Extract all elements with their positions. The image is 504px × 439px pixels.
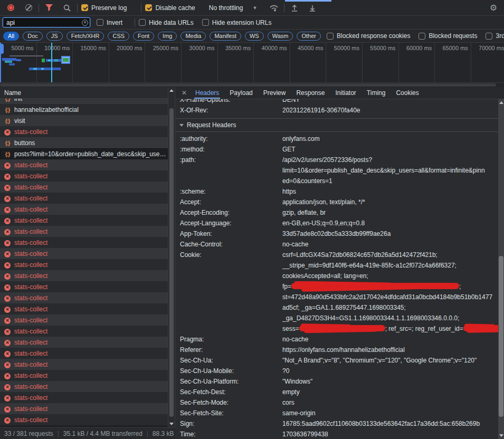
request-row[interactable]: ✕stats-collect [0,248,168,259]
request-row[interactable]: {:}buttons [0,137,168,148]
request-row[interactable]: ✕stats-collect [0,414,168,425]
tab-response[interactable]: Response [291,87,330,99]
preserve-log-checkbox[interactable]: Preserve log [81,4,129,12]
tab-headers[interactable]: Headers [190,87,224,99]
filter-checkbox-blocked-response-cookies[interactable]: Blocked response cookies [327,32,410,40]
request-name: stats-collect [14,161,47,169]
tab-initiator[interactable]: Initiator [330,87,361,99]
scrollbar-thumb[interactable] [499,256,503,417]
hide-extension-urls-checkbox[interactable]: Hide extension URLs [202,19,272,26]
invert-label: Invert [107,19,122,26]
request-row[interactable]: ✕stats-collect [0,381,168,392]
scroll-down-arrow[interactable] [498,432,504,439]
search-button[interactable] [61,2,73,14]
request-row[interactable]: ✕stats-collect [0,237,168,248]
request-row[interactable]: ✕stats-collect [0,259,168,270]
record-button[interactable] [4,2,17,14]
request-row[interactable]: ✕stats-collect [0,170,168,182]
request-row[interactable]: ✕stats-collect [0,314,168,326]
timeline-tick-label: 25000 ms [153,45,181,51]
scroll-down-arrow[interactable] [168,421,175,427]
type-pill-media[interactable]: Media [180,32,206,41]
network-conditions-button[interactable] [268,2,280,14]
tab-preview[interactable]: Preview [258,87,291,99]
close-details-icon[interactable]: ✕ [178,89,190,97]
header-value: same-origin [282,408,498,418]
details-scrollbar[interactable] [498,99,504,439]
request-headers-section-header[interactable]: Request Headers [175,119,498,131]
header-value-line: limit=10&order=publish_date_desc&skip_us… [282,165,498,176]
request-row[interactable]: ✕stats-collect [0,126,168,137]
invert-checkbox[interactable]: Invert [97,19,122,26]
request-row[interactable]: ✕stats-collect [0,204,168,215]
type-pill-css[interactable]: CSS [108,32,129,41]
request-row[interactable]: ✕stats-collect [0,215,168,226]
active-panel-tab-indicator [285,0,331,2]
type-pill-other[interactable]: Other [297,32,321,41]
network-overview-timeline[interactable]: 5000 ms10000 ms15000 ms20000 ms25000 ms3… [0,43,504,83]
tab-timing[interactable]: Timing [362,87,391,99]
timeline-gridline [326,43,326,82]
request-row[interactable]: {:}visit [0,115,168,126]
scrollbar-thumb[interactable] [0,83,496,87]
type-pill-fetch-xhr[interactable]: Fetch/XHR [66,32,104,41]
request-failed-icon-wrap: ✕ [4,161,11,169]
request-row[interactable]: ✕stats-collect [0,359,168,370]
request-row[interactable]: {:}init [0,99,168,104]
name-column-header[interactable]: Name [0,87,168,99]
filter-bar: ✕ Invert Hide data URLs Hide extension U… [0,16,504,30]
request-row[interactable]: ✕stats-collect [0,292,168,303]
hide-data-urls-checkbox[interactable]: Hide data URLs [139,19,194,26]
request-failed-icon: ✕ [4,240,11,246]
request-name: stats-collect [14,383,47,390]
request-row-selected[interactable]: {:}posts?limit=10&order=publish_date_des… [0,148,168,159]
tab-cookies[interactable]: Cookies [391,87,424,99]
request-row[interactable]: ✕stats-collect [0,281,168,292]
waterfall-mark [5,61,12,63]
export-har-button[interactable] [306,2,319,14]
request-row[interactable]: ✕stats-collect [0,337,168,348]
request-list-scrollbar[interactable] [168,87,175,427]
filter-checkbox-blocked-requests[interactable]: Blocked requests [419,32,477,40]
request-row[interactable]: ✕stats-collect [0,403,168,414]
request-row[interactable]: ✕stats-collect [0,392,168,403]
scroll-up-arrow[interactable] [498,99,504,106]
scroll-up-arrow[interactable] [168,87,175,94]
type-pill-wasm[interactable]: Wasm [268,32,293,41]
request-row[interactable]: ✕stats-collect [0,370,168,381]
request-row[interactable]: ✕stats-collect [0,348,168,359]
type-pill-js[interactable]: JS [46,32,63,41]
filter-toggle-button[interactable] [43,2,55,14]
request-failed-icon-wrap: ✕ [4,194,11,202]
request-row[interactable]: ✕stats-collect [0,182,168,193]
filter-input[interactable] [3,17,90,27]
request-row[interactable]: {:}hannahelizabethofficial [0,104,168,115]
type-pill-manifest[interactable]: Manifest [210,32,241,41]
request-row[interactable]: ✕stats-collect [0,270,168,281]
disable-cache-checkbox[interactable]: Disable cache [145,4,197,12]
type-pill-ws[interactable]: WS [245,32,264,41]
request-row[interactable]: ✕stats-collect [0,303,168,314]
filter-checkbox-3rd-party-requests[interactable]: 3rd-party requests [486,32,504,40]
tab-payload[interactable]: Payload [224,87,258,99]
header-value: 202312261916-30670fa40e [282,105,498,116]
timeline-brush-handle[interactable] [0,44,4,54]
request-row[interactable]: ✕stats-collect [0,326,168,337]
timeline-scrollbar[interactable] [0,83,504,87]
checkbox-label: 3rd-party requests [496,32,504,40]
request-row[interactable]: ✕stats-collect [0,226,168,237]
clear-filter-icon[interactable]: ✕ [82,20,88,26]
header-value-line: 1703636799438 [282,429,498,439]
type-pill-font[interactable]: Font [133,32,154,41]
throttling-select[interactable]: No throttling ▼ [209,4,258,12]
request-row[interactable]: ✕stats-collect [0,159,168,170]
scrollbar-thumb[interactable] [169,108,174,417]
import-har-button[interactable] [288,2,301,14]
type-pill-all[interactable]: All [3,32,19,41]
type-pill-doc[interactable]: Doc [23,32,43,41]
clear-button[interactable] [22,2,35,14]
type-pill-img[interactable]: Img [158,32,177,41]
settings-gear-icon[interactable]: ⚙ [487,2,500,14]
request-row[interactable]: ✕stats-collect [0,193,168,204]
request-details-panel: ✕ HeadersPayloadPreviewResponseInitiator… [175,87,504,439]
